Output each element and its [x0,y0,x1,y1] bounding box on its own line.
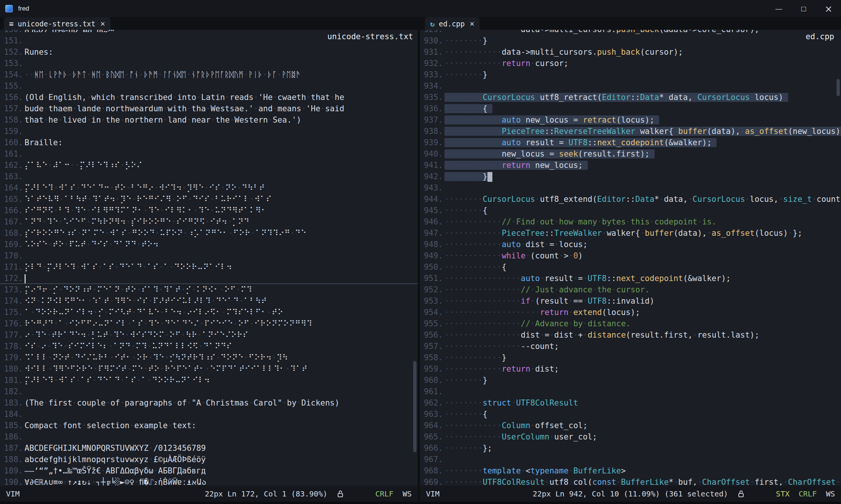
code-line[interactable]: 943. [420,182,841,194]
code-line[interactable]: 932.············return·cursor; [420,58,841,69]
code-line[interactable]: 178.⠊⠎·⠔·⠹⠑·⠎⠊⠍⠊⠇⠑⠆·⠁⠝⠙·⠍⠹·⠥⠝⠙⠁⠇⠇⠪⠫·⠙⠁⠝⠙… [0,341,418,352]
code-line[interactable]: 172. [0,273,418,284]
code-line[interactable]: 937.············auto·new_locus·=·retract… [420,114,841,126]
code-line[interactable]: 173.⡍⠔⠙⠖·⡊·⠙⠕⠝⠰⠞·⠍⠑⠁⠝·⠞⠕·⠎⠁⠹·⠹⠁⠞·⡊·⠅⠝⠪⠂·… [0,284,418,295]
code-line[interactable]: 187.ABCDEFGHIJKLMNOPQRSTUVWXYZ·/01234567… [0,443,418,454]
code-line[interactable]: 190.∀∂∈ℝ∧∪≡∞·↑↗↨↻⇣·┐┼╔╘░►☺♀·ﬁ�⑀₂ἠḂӥẄɐː⍎א… [0,476,418,486]
code-line[interactable]: 159. [0,126,418,137]
code-line[interactable]: 186. [0,431,418,443]
tab-close-icon[interactable]: × [470,19,475,28]
code-line[interactable]: 183.(The·first·couple·of·paragraphs·of·"… [0,397,418,409]
code-line[interactable]: 179.⠩⠁⠇⠇·⠝⠕⠞·⠙⠊⠌⠥⠗⠃·⠊⠞⠂·⠕⠗·⠹⠑·⡊⠳⠝⠞⠗⠹⠰⠎·⠙… [0,352,418,363]
lock-icon[interactable] [738,490,745,498]
code-line[interactable]: 935.········CursorLocus·utf8_retract(Edi… [420,92,841,103]
code-line[interactable]: 175.⠁·⠙⠕⠕⠗⠤⠝⠁⠊⠇⠲·⡊·⠍⠊⠣⠞·⠙⠁⠧⠑·⠃⠑⠲·⠔⠊⠇⠔⠫⠂·… [0,307,418,318]
code-line[interactable]: 166.⠎⠊⠛⠝⠫·⠃⠹·⠹⠑·⠊⠇⠻⠛⠹⠍⠁⠝⠂·⠹⠑·⠊⠇⠻⠅⠂·⠹⠑·⠥⠝… [0,205,418,216]
close-button[interactable]: × [816,0,841,17]
code-line[interactable]: 162.⡌⠁⠧⠑·⠼⠁⠒··⡍⠜⠇⠑⠹⠰⠎·⡣⠕⠌ [0,160,418,171]
code-line[interactable]: 176.⠗⠑⠛⠜⠙·⠁·⠊⠕⠋⠋⠔⠤⠝⠁⠊⠇·⠁⠎·⠹⠑·⠙⠑⠁⠙⠑⠌·⠏⠊⠑⠊… [0,318,418,329]
code-line[interactable]: 962.········struct·UTF8ColResult [420,397,841,409]
code-line[interactable]: 169.⠡⠕⠎⠑·⠞⠕·⠏⠥⠞·⠙⠊⠎·⠙⠁⠝⠙·⠞⠕⠲ [0,239,418,250]
code-line[interactable]: 165.⠱⠁⠞⠑⠧⠻·⠁⠃⠳⠞·⠹⠁⠞⠲·⡹⠑·⠗⠑⠛⠊⠌⠻·⠕⠋·⠙⠊⠎·⠃⠥… [0,194,418,205]
code-line[interactable]: 168.⡎⠊⠗⠕⠕⠛⠑⠰⠎·⠝⠁⠍⠑·⠺⠁⠎·⠛⠕⠕⠙·⠥⠏⠕⠝·⠰⡡⠁⠝⠛⠑⠂… [0,227,418,239]
code-line[interactable]: 956.················dist·=·dist·+·distan… [420,329,841,341]
code-line[interactable]: 938.············PieceTree::ReverseTreeWa… [420,126,841,137]
code-line[interactable]: 182. [0,386,418,397]
code-line[interactable]: 160.Braille: [0,137,418,148]
code-line[interactable]: 960.········} [420,375,841,386]
code-line[interactable]: 957.················--count; [420,341,841,352]
code-line[interactable]: 947.············PieceTree::TreeWalker·wa… [420,227,841,239]
code-line[interactable]: 930.········} [420,35,841,46]
code-line[interactable]: 945.········{ [420,205,841,216]
code-line[interactable]: 958.············} [420,352,841,363]
code-line[interactable]: 156.(Old·English,·which·transcribed·into… [0,92,418,103]
code-line[interactable]: 177.⠔·⠹⠑·⠞⠗⠁⠙⠑⠲·⡃⠥⠞·⠹⠑·⠺⠊⠎⠙⠕⠍·⠕⠋·⠳⠗·⠁⠝⠊⠑… [0,329,418,341]
code-line[interactable]: 952.················//·Just·advance·the·… [420,284,841,295]
tab-unicode-stress-txt[interactable]: ≡ unicode-stress.txt × [4,17,111,30]
code-line[interactable]: 946.············//·Find·out·how·many·byt… [420,216,841,227]
editor-pane-left[interactable]: 150.እግርህን·በፍራሽህ·ልክ·ዘርጋ።151.152.Runes:153… [0,30,418,486]
code-line[interactable]: 929.················data->multi_cursors.… [420,30,841,35]
status-flag-ws[interactable]: WS [826,489,835,498]
code-line[interactable]: 944.········CursorLocus·utf8_extend(Edit… [420,194,841,205]
code-line[interactable]: 181.⡍⠜⠇⠑⠹·⠺⠁⠎·⠁⠎·⠙⠑⠁⠙·⠁⠎·⠁·⠙⠕⠕⠗⠤⠝⠁⠊⠇⠲ [0,375,418,386]
code-line[interactable]: 189.–—‘“”„†•…‰™œŠŸž€·ΑΒΓΔΩαβγδω·АБВГДабв… [0,465,418,476]
code-line[interactable]: 171.⡕⠇⠙·⡍⠜⠇⠑⠹·⠺⠁⠎·⠁⠎·⠙⠑⠁⠙·⠁⠎·⠁·⠙⠕⠕⠗⠤⠝⠁⠊⠇… [0,261,418,273]
selection-highlight: ············new_locus·=·seek(result.firs… [444,149,655,158]
code-line[interactable]: 948.············auto·dist·=·locus; [420,239,841,250]
code-line[interactable]: 933.········} [420,69,841,80]
lock-icon[interactable] [337,490,344,498]
code-line[interactable]: 940.············new_locus·=·seek(result.… [420,148,841,160]
code-line[interactable]: 155. [0,80,418,92]
code-line[interactable]: 963.········{ [420,409,841,420]
scrollbar-thumb[interactable] [413,361,417,452]
code-line[interactable]: 953.················if·(result·==·UTF8::… [420,295,841,307]
code-line[interactable]: 939.············auto·result·=·UTF8::next… [420,137,841,148]
code-line[interactable]: 152.Runes: [0,46,418,58]
code-line[interactable]: 967. [420,454,841,465]
code-line[interactable]: 163. [0,171,418,182]
code-line[interactable]: 942.········} [420,171,841,182]
tab-close-icon[interactable]: × [100,19,105,28]
code-line[interactable]: 180.⠺⠊⠇⠇·⠹⠻⠑⠋⠕⠗⠑·⠏⠻⠍⠊⠞·⠍⠑·⠞⠕·⠗⠑⠏⠑⠁⠞⠂·⠑⠍⠏… [0,363,418,375]
code-line[interactable]: 951.················auto·result·=·UTF8::… [420,273,841,284]
code-line[interactable]: 941.············return·new_locus; [420,160,841,171]
editor-pane-right[interactable]: 929.················data->multi_cursors.… [420,30,841,486]
line-number: 169. [0,239,23,250]
code-line[interactable]: 968.········template·<typename·BufferLik… [420,465,841,476]
code-line[interactable]: 188.abcdefghijklmnopqrstuvwxyz·£©µÀÆÖÞßé… [0,454,418,465]
code-line[interactable]: 158.that·he·lived·in·the·northern·land·n… [0,114,418,126]
status-flag-crlf[interactable]: CRLF [799,489,817,498]
code-line[interactable]: 936.········{ [420,103,841,114]
code-line[interactable]: 955.················//·Advance·by·distan… [420,318,841,329]
status-flag-stx[interactable]: STX [776,489,790,498]
minimize-button[interactable]: — [766,0,791,17]
code-line[interactable]: 949.············while·(count·>·0) [420,250,841,261]
code-line[interactable]: 964.············Column·offset_col; [420,420,841,431]
code-line[interactable]: 174.⠪⠝·⠅⠝⠪⠇⠫⠛⠑⠂·⠱⠁⠞·⠹⠻⠑·⠊⠎·⠏⠜⠞⠊⠊⠥⠇⠜⠇⠹·⠙⠑… [0,295,418,307]
code-line[interactable]: 966.········}; [420,443,841,454]
code-line[interactable]: 954.····················return·extend(lo… [420,307,841,318]
code-line[interactable]: 950.············{ [420,261,841,273]
code-line[interactable]: 965.············UserColumn·user_col; [420,431,841,443]
scrollbar-thumb[interactable] [836,79,840,96]
code-line[interactable]: 153. [0,58,418,69]
code-line[interactable]: 931.············data->multi_cursors.push… [420,46,841,58]
code-line[interactable]: 157.bude·thaem·lande·northweardum·with·t… [0,103,418,114]
code-line[interactable]: 154.··ᚻᛖ·ᚳᚹᚫᚦ·ᚦᚫᛏ·ᚻᛖ·ᛒᚢᛞᛖ·ᚩᚾ·ᚦᚫᛗ·ᛚᚪᚾᛞᛖ·ᚾ… [0,69,418,80]
code-line[interactable]: 170. [0,250,418,261]
code-line[interactable]: 959.············return·dist; [420,363,841,375]
code-line[interactable]: 185.Compact·font·selection·example·text: [0,420,418,431]
status-flag-ws[interactable]: WS [403,489,412,498]
maximize-button[interactable]: □ [791,0,816,17]
status-flag-crlf[interactable]: CRLF [375,489,394,498]
code-line[interactable]: 167.⠁⠝⠙·⠹⠑·⠡⠊⠑⠋·⠍⠳⠗⠝⠻⠲·⡎⠊⠗⠕⠕⠛⠑·⠎⠊⠛⠝⠫·⠊⠞⠲… [0,216,418,227]
code-line[interactable]: 934. [420,80,841,92]
code-line[interactable]: 961. [420,386,841,397]
tab-ed-cpp[interactable]: ↻ ed.cpp × [425,17,480,30]
code-line[interactable]: 161. [0,148,418,160]
code-line[interactable]: 184. [0,409,418,420]
code-line[interactable]: 969.········UTF8ColResult·utf8_col(const… [420,476,841,486]
code-line[interactable]: 164.⡍⠜⠇⠑⠹·⠺⠁⠎·⠙⠑⠁⠙⠒·⠞⠕·⠃⠑⠛⠔·⠺⠊⠹⠲·⡹⠻⠑·⠊⠎·… [0,182,418,194]
